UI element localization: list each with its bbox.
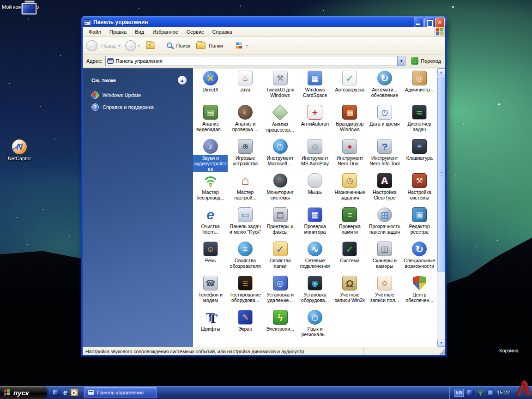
maximize-button[interactable] bbox=[424, 18, 434, 27]
control-panel-item[interactable]: ◷Дата и время bbox=[367, 105, 402, 139]
control-panel-item[interactable]: AНастройка ClearType bbox=[367, 173, 402, 207]
control-panel-item[interactable]: ●Инструмент Nero Driv... bbox=[332, 139, 367, 173]
control-panel-item[interactable]: Мышь bbox=[297, 173, 332, 207]
show-desktop-icon[interactable] bbox=[53, 390, 60, 396]
control-panel-item[interactable]: ▦Проверка монитора bbox=[297, 207, 332, 242]
control-panel-item[interactable]: ▤Анализ видеоадап... bbox=[193, 105, 228, 139]
menu-item[interactable]: Вид bbox=[131, 28, 148, 36]
item-label: Телефон и модем bbox=[193, 292, 228, 303]
up-button[interactable] bbox=[146, 42, 155, 49]
control-panel-item[interactable]: ≈Диспетчер задач bbox=[402, 105, 437, 139]
control-panel-item[interactable]: ◎Администр... bbox=[402, 71, 437, 105]
control-panel-item[interactable]: ◐Анализ и проверка ... bbox=[228, 105, 262, 139]
wifi-tray-icon[interactable] bbox=[477, 389, 484, 397]
control-panel-item[interactable]: ☎Телефон и модем bbox=[193, 276, 228, 310]
taskbar-task-control-panel[interactable]: Панель управления bbox=[84, 387, 157, 398]
control-panel-item[interactable]: ✕DirectX bbox=[193, 71, 228, 105]
control-panel-item[interactable]: ◷Инструмент Microsoft ... bbox=[263, 139, 297, 173]
resize-grip[interactable] bbox=[443, 353, 445, 355]
control-panel-item[interactable]: ≡Свойства обозревателя bbox=[228, 242, 262, 276]
control-panel-item[interactable]: ◷Язык и региональ... bbox=[297, 310, 332, 344]
control-panel-item[interactable]: ϟЭлектропи... bbox=[263, 310, 297, 344]
desktop-icon-netcaptor[interactable]: N NetCaptor bbox=[0, 139, 39, 162]
folders-icon[interactable] bbox=[196, 42, 206, 49]
control-panel-item[interactable]: ◫Сканеры и камеры bbox=[367, 242, 402, 276]
control-panel-item[interactable]: eОчистка Intern... bbox=[193, 207, 228, 242]
control-panel-item[interactable]: ✓Свойства папки bbox=[263, 242, 297, 276]
media-player-icon[interactable]: ▶ bbox=[71, 389, 78, 396]
control-panel-item[interactable]: ✎Экран bbox=[228, 310, 262, 344]
control-panel-item[interactable]: TШрифты bbox=[193, 310, 228, 344]
control-panel-item[interactable]: Центр обеспечен... bbox=[402, 276, 437, 310]
vertical-scrollbar[interactable]: ▲ ▼ bbox=[437, 68, 445, 347]
control-panel-item[interactable]: ∿Сетевые подключения bbox=[297, 242, 332, 276]
desktop-icon-my-computer[interactable]: Мой компьютер bbox=[1, 3, 40, 10]
control-panel-item[interactable]: ⚒Настройка системы bbox=[402, 173, 437, 207]
menu-item[interactable]: Справка bbox=[208, 28, 236, 36]
control-panel-item[interactable]: ΩУчётные записи Win2k bbox=[332, 276, 367, 310]
control-panel-item[interactable]: +АнтиAutorun bbox=[297, 105, 332, 139]
address-input[interactable]: Панель управления bbox=[105, 56, 398, 66]
control-panel-item[interactable]: ⊕Игровые устройства bbox=[228, 139, 262, 173]
views-button[interactable] bbox=[236, 42, 243, 49]
forward-button[interactable]: → bbox=[125, 40, 136, 51]
app-tray-icon[interactable] bbox=[487, 389, 494, 396]
control-panel-item[interactable]: ◉Установка оборудова... bbox=[297, 276, 332, 310]
control-panel-item[interactable]: ◔Мониторинг системы bbox=[263, 173, 297, 207]
close-button[interactable] bbox=[435, 18, 445, 27]
start-button[interactable]: пуск bbox=[0, 386, 47, 399]
control-panel-item[interactable]: ⌂Мастер настрой... bbox=[228, 173, 262, 207]
menu-item[interactable]: Файл bbox=[85, 28, 105, 36]
control-panel-item[interactable]: Анализ процессор... bbox=[263, 105, 297, 139]
see-also-item[interactable]: Windows Update bbox=[83, 89, 193, 101]
control-panel-item[interactable]: ♨Java bbox=[228, 71, 262, 105]
control-panel-item[interactable]: ?Инструмент Nero Info Tool bbox=[367, 139, 402, 173]
scroll-down-button[interactable]: ▼ bbox=[437, 339, 445, 347]
back-button[interactable]: ← bbox=[86, 40, 97, 51]
language-indicator[interactable]: EN bbox=[454, 389, 464, 397]
minimize-button[interactable] bbox=[414, 18, 423, 27]
control-panel-item[interactable]: ☺Учетные записи пол... bbox=[367, 276, 402, 310]
control-panel-item[interactable]: ◷Назначенные задания bbox=[332, 173, 367, 207]
control-panel-item[interactable]: ▣Редактор реестра bbox=[402, 207, 437, 242]
control-panel-item[interactable]: ↻Автомати... обновление bbox=[367, 71, 402, 105]
control-panel-item[interactable]: ⚒TweakUI для Windows bbox=[263, 71, 297, 105]
views-dropdown-caret[interactable]: ▾ bbox=[246, 44, 248, 48]
folders-label[interactable]: Папки bbox=[209, 43, 223, 48]
control-panel-item[interactable]: ↻Специальные возможности bbox=[402, 242, 437, 276]
back-dropdown-caret[interactable]: ▾ bbox=[119, 44, 121, 48]
item-label: Звуки и аудиоустройства bbox=[193, 155, 228, 172]
search-icon[interactable] bbox=[167, 42, 172, 48]
see-also-item[interactable]: Справка и поддержка bbox=[83, 101, 193, 113]
go-button[interactable]: → Переход bbox=[408, 56, 444, 66]
internet-explorer-icon[interactable]: e bbox=[63, 388, 67, 397]
scroll-up-button[interactable]: ▲ bbox=[437, 68, 445, 76]
control-panel-item[interactable]: ▦Брандмауэр Windows bbox=[332, 105, 367, 139]
desktop-icon-recycle-bin[interactable]: Корзина bbox=[490, 346, 528, 354]
control-panel-item[interactable]: ♪Звуки и аудиоустройства bbox=[193, 139, 228, 173]
address-value: Панель управления bbox=[116, 58, 163, 64]
control-panel-item[interactable]: ≡Тестирование оборудова... bbox=[228, 276, 262, 310]
menu-item[interactable]: Избранное bbox=[148, 28, 182, 36]
control-panel-item[interactable]: ✓Система bbox=[332, 242, 367, 276]
control-panel-item[interactable]: Мастер беспровод... bbox=[193, 173, 228, 207]
control-panel-item[interactable]: ◎Инструмент MS AutoPlay bbox=[297, 139, 332, 173]
control-panel-item[interactable]: ▤Принтеры и факсы bbox=[263, 207, 297, 242]
control-panel-item[interactable]: ⊞Прозрачность панели задач bbox=[367, 207, 402, 242]
scrollbar-thumb[interactable] bbox=[437, 77, 445, 272]
control-panel-item[interactable]: ✓Автозагрузка bbox=[332, 71, 367, 105]
control-panel-item[interactable]: ☺Речь bbox=[193, 242, 228, 276]
control-panel-item[interactable]: ≡Проверка памяти bbox=[332, 207, 367, 242]
collapse-chevron-button[interactable]: ▲ bbox=[178, 76, 187, 85]
taskbar-clock[interactable]: 15:22 bbox=[497, 390, 510, 395]
menu-item[interactable]: Правка bbox=[105, 28, 131, 36]
menu-item[interactable]: Сервис bbox=[182, 28, 208, 36]
control-panel-item[interactable]: ◎Установка и удаление... bbox=[263, 276, 297, 310]
control-panel-item[interactable]: ▦Windows CardSpace bbox=[297, 71, 332, 105]
control-panel-item[interactable]: ▭Панель задач и меню "Пуск" bbox=[228, 207, 262, 242]
search-label[interactable]: Поиск bbox=[176, 43, 190, 48]
network-tray-icon[interactable] bbox=[467, 390, 474, 395]
forward-dropdown-caret[interactable]: ▾ bbox=[138, 44, 140, 48]
address-dropdown-button[interactable]: ▼ bbox=[398, 56, 405, 66]
control-panel-item[interactable]: ≡Клавиатура bbox=[402, 139, 437, 173]
